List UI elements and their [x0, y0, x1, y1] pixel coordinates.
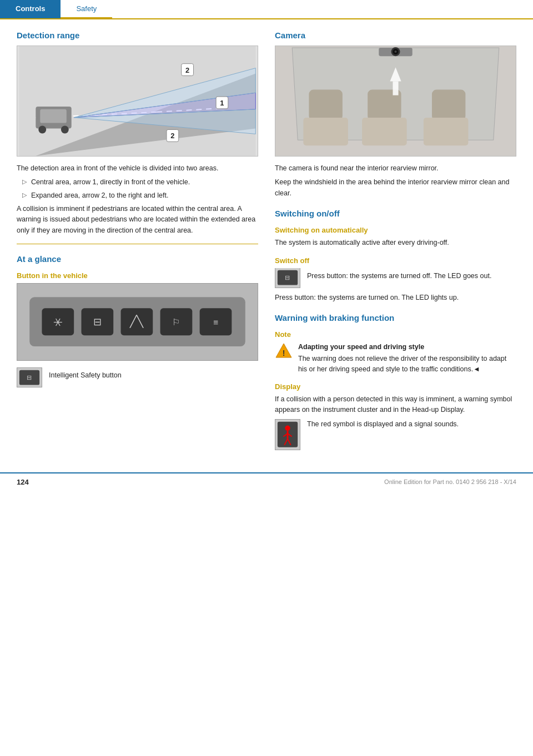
- warning-braking-heading: Warning with braking function: [275, 313, 516, 322]
- intelligent-safety-icon: ⊟: [17, 367, 42, 387]
- at-a-glance-heading: At a glance: [17, 254, 258, 264]
- bullet-arrow-2: ▷: [22, 191, 27, 199]
- camera-body1: The camera is found near the interior re…: [275, 163, 516, 174]
- detection-body2: A collision is imminent if pedestrians a…: [17, 204, 258, 236]
- pedestrian-warning-icon: [275, 419, 300, 450]
- note-title: Adapting your speed and driving style: [298, 342, 516, 352]
- camera-image: [275, 46, 516, 157]
- display-heading: Display: [275, 382, 516, 391]
- display-row: The red symbol is displayed and a signal…: [275, 419, 516, 450]
- detection-range-diagram: 1 2 2: [17, 46, 258, 157]
- right-column: Camera: [275, 31, 516, 450]
- bullet-text-1: Central area, arrow 1, directly in front…: [31, 177, 190, 188]
- button-in-vehicle-heading: Button in the vehicle: [17, 271, 258, 280]
- svg-point-11: [38, 126, 46, 134]
- svg-text:⊟: ⊟: [27, 374, 32, 381]
- switch-off-row: ⊟ Press button: the systems are turned o…: [275, 268, 516, 288]
- svg-rect-47: [393, 82, 398, 95]
- switch-off-body1: Press button: the systems are turned off…: [307, 271, 491, 281]
- camera-heading: Camera: [275, 31, 516, 40]
- left-column: Detection range: [17, 31, 258, 450]
- svg-point-12: [61, 126, 69, 134]
- svg-point-55: [285, 425, 290, 431]
- main-content: Detection range: [0, 19, 533, 472]
- display-body2: The red symbol is displayed and a signal…: [307, 419, 459, 430]
- tab-safety[interactable]: Safety: [61, 0, 112, 18]
- bullet-item-1: ▷ Central area, arrow 1, directly in fro…: [17, 177, 258, 188]
- header-tabs: Controls Safety: [0, 0, 533, 19]
- intelligent-safety-label: Intelligent Safety button: [49, 370, 122, 381]
- detection-body1: The detection area in front of the vehic…: [17, 163, 258, 174]
- switch-off-body2: Press button: the systems are turned on.…: [275, 293, 516, 303]
- svg-text:⊟: ⊟: [285, 274, 290, 281]
- switching-auto-heading: Switching on automatically: [275, 226, 516, 234]
- svg-rect-36: [309, 90, 342, 120]
- svg-text:2: 2: [170, 132, 174, 140]
- note-content: Adapting your speed and driving style Th…: [298, 342, 516, 375]
- camera-body2: Keep the windshield in the area behind t…: [275, 177, 516, 199]
- bullet-arrow-1: ▷: [22, 178, 27, 185]
- svg-text:!: !: [283, 349, 285, 357]
- svg-text:2: 2: [185, 66, 189, 74]
- display-body1: If a collision with a person detected in…: [275, 394, 516, 416]
- note-body: The warning does not relieve the driver …: [298, 355, 506, 373]
- detection-range-heading: Detection range: [17, 31, 258, 40]
- switch-off-icon: ⊟: [275, 268, 300, 288]
- svg-text:⚐: ⚐: [172, 318, 180, 327]
- bullet-text-2: Expanded area, arrow 2, to the right and…: [31, 190, 168, 201]
- switch-off-heading: Switch off: [275, 256, 516, 265]
- switching-auto-body: The system is automatically active after…: [275, 238, 516, 248]
- svg-text:≡: ≡: [213, 318, 218, 327]
- switching-onoff-heading: Switching on/off: [275, 209, 516, 218]
- page-number: 124: [17, 478, 29, 486]
- note-box: ! Adapting your speed and driving style …: [275, 342, 516, 375]
- button-panel-image: ⚹ ⊟ ╱╲ ⚐ ≡: [17, 283, 258, 361]
- warning-triangle-icon: !: [275, 342, 293, 360]
- svg-text:⚹: ⚹: [53, 316, 63, 328]
- svg-point-45: [394, 51, 396, 53]
- svg-rect-39: [303, 118, 348, 145]
- tab-controls[interactable]: Controls: [0, 0, 61, 18]
- svg-rect-41: [424, 118, 469, 145]
- svg-text:1: 1: [220, 99, 224, 107]
- svg-text:╱╲: ╱╲: [129, 315, 144, 329]
- intelligent-safety-row: ⊟ Intelligent Safety button: [17, 367, 258, 387]
- bullet-item-2: ▷ Expanded area, arrow 2, to the right a…: [17, 190, 258, 201]
- divider: [17, 244, 258, 244]
- svg-rect-38: [432, 90, 465, 120]
- svg-rect-40: [362, 118, 407, 145]
- footer: 124 Online Edition for Part no. 0140 2 9…: [0, 472, 533, 491]
- edition-text: Online Edition for Part no. 0140 2 956 2…: [384, 478, 516, 485]
- note-heading: Note: [275, 330, 516, 339]
- svg-rect-10: [40, 109, 67, 123]
- svg-text:⊟: ⊟: [93, 317, 102, 328]
